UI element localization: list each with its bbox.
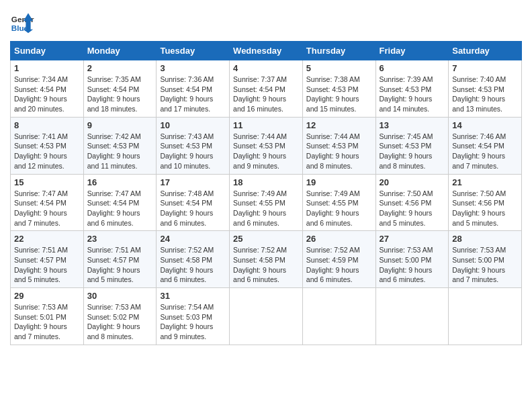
logo-icon: General Blue bbox=[10, 10, 34, 34]
calendar-cell: 27 Sunrise: 7:53 AM Sunset: 5:00 PM Dayl… bbox=[375, 231, 449, 288]
calendar-cell: 7 Sunrise: 7:40 AM Sunset: 4:53 PM Dayli… bbox=[449, 60, 522, 118]
day-number: 2 bbox=[87, 63, 153, 73]
day-number: 18 bbox=[233, 177, 299, 187]
day-number: 30 bbox=[87, 291, 153, 301]
day-number: 4 bbox=[233, 63, 299, 73]
calendar-cell: 8 Sunrise: 7:41 AM Sunset: 4:53 PM Dayli… bbox=[11, 117, 84, 174]
calendar-body: 1 Sunrise: 7:34 AM Sunset: 4:54 PM Dayli… bbox=[11, 60, 522, 345]
day-info: Sunrise: 7:39 AM Sunset: 4:53 PM Dayligh… bbox=[380, 75, 445, 114]
calendar-cell: 19 Sunrise: 7:49 AM Sunset: 4:55 PM Dayl… bbox=[302, 174, 375, 231]
day-number: 25 bbox=[233, 234, 299, 244]
day-number: 19 bbox=[306, 177, 372, 187]
day-info: Sunrise: 7:50 AM Sunset: 4:56 PM Dayligh… bbox=[452, 189, 518, 228]
calendar-cell bbox=[449, 288, 522, 345]
day-number: 21 bbox=[452, 177, 518, 187]
calendar-cell: 9 Sunrise: 7:42 AM Sunset: 4:53 PM Dayli… bbox=[83, 117, 157, 174]
day-info: Sunrise: 7:41 AM Sunset: 4:53 PM Dayligh… bbox=[14, 132, 80, 171]
weekday-header: Wednesday bbox=[230, 42, 303, 60]
calendar-cell: 24 Sunrise: 7:52 AM Sunset: 4:58 PM Dayl… bbox=[157, 231, 230, 288]
day-info: Sunrise: 7:49 AM Sunset: 4:55 PM Dayligh… bbox=[306, 189, 372, 228]
calendar-week-row: 1 Sunrise: 7:34 AM Sunset: 4:54 PM Dayli… bbox=[11, 60, 522, 118]
day-number: 13 bbox=[380, 120, 445, 130]
day-number: 17 bbox=[160, 177, 226, 187]
day-info: Sunrise: 7:45 AM Sunset: 4:53 PM Dayligh… bbox=[380, 132, 445, 171]
calendar-cell bbox=[375, 288, 449, 345]
day-info: Sunrise: 7:40 AM Sunset: 4:53 PM Dayligh… bbox=[452, 75, 518, 114]
day-info: Sunrise: 7:53 AM Sunset: 5:02 PM Dayligh… bbox=[87, 302, 153, 342]
calendar-cell: 2 Sunrise: 7:35 AM Sunset: 4:54 PM Dayli… bbox=[83, 60, 157, 118]
day-number: 15 bbox=[14, 177, 80, 187]
day-info: Sunrise: 7:52 AM Sunset: 4:59 PM Dayligh… bbox=[306, 245, 372, 285]
day-info: Sunrise: 7:49 AM Sunset: 4:55 PM Dayligh… bbox=[233, 189, 299, 228]
weekday-header: Thursday bbox=[302, 42, 375, 60]
calendar-header-row: SundayMondayTuesdayWednesdayThursdayFrid… bbox=[11, 42, 522, 60]
day-info: Sunrise: 7:35 AM Sunset: 4:54 PM Dayligh… bbox=[87, 75, 153, 114]
day-info: Sunrise: 7:44 AM Sunset: 4:53 PM Dayligh… bbox=[233, 132, 299, 171]
day-number: 3 bbox=[160, 63, 226, 73]
day-number: 10 bbox=[160, 120, 226, 130]
day-info: Sunrise: 7:52 AM Sunset: 4:58 PM Dayligh… bbox=[233, 245, 299, 285]
day-info: Sunrise: 7:51 AM Sunset: 4:57 PM Dayligh… bbox=[87, 245, 153, 285]
weekday-header: Saturday bbox=[449, 42, 522, 60]
calendar-cell: 10 Sunrise: 7:43 AM Sunset: 4:53 PM Dayl… bbox=[157, 117, 230, 174]
day-number: 9 bbox=[87, 120, 153, 130]
weekday-header: Tuesday bbox=[157, 42, 230, 60]
calendar-cell bbox=[302, 288, 375, 345]
calendar-cell: 6 Sunrise: 7:39 AM Sunset: 4:53 PM Dayli… bbox=[375, 60, 449, 118]
day-info: Sunrise: 7:51 AM Sunset: 4:57 PM Dayligh… bbox=[14, 245, 80, 285]
weekday-header: Friday bbox=[375, 42, 449, 60]
calendar-week-row: 8 Sunrise: 7:41 AM Sunset: 4:53 PM Dayli… bbox=[11, 117, 522, 174]
logo: General Blue bbox=[10, 10, 34, 34]
calendar-week-row: 22 Sunrise: 7:51 AM Sunset: 4:57 PM Dayl… bbox=[11, 231, 522, 288]
day-number: 14 bbox=[452, 120, 518, 130]
calendar-week-row: 15 Sunrise: 7:47 AM Sunset: 4:54 PM Dayl… bbox=[11, 174, 522, 231]
calendar-cell: 14 Sunrise: 7:46 AM Sunset: 4:54 PM Dayl… bbox=[449, 117, 522, 174]
calendar-cell: 1 Sunrise: 7:34 AM Sunset: 4:54 PM Dayli… bbox=[11, 60, 84, 118]
day-number: 29 bbox=[14, 291, 80, 301]
page-header: General Blue bbox=[10, 10, 522, 34]
calendar-cell: 11 Sunrise: 7:44 AM Sunset: 4:53 PM Dayl… bbox=[230, 117, 303, 174]
day-info: Sunrise: 7:52 AM Sunset: 4:58 PM Dayligh… bbox=[160, 245, 226, 285]
day-info: Sunrise: 7:36 AM Sunset: 4:54 PM Dayligh… bbox=[160, 75, 226, 114]
calendar-cell: 22 Sunrise: 7:51 AM Sunset: 4:57 PM Dayl… bbox=[11, 231, 84, 288]
day-number: 20 bbox=[380, 177, 445, 187]
weekday-header: Sunday bbox=[11, 42, 84, 60]
day-number: 1 bbox=[14, 63, 80, 73]
day-info: Sunrise: 7:53 AM Sunset: 5:00 PM Dayligh… bbox=[452, 245, 518, 285]
calendar-cell: 26 Sunrise: 7:52 AM Sunset: 4:59 PM Dayl… bbox=[302, 231, 375, 288]
day-info: Sunrise: 7:44 AM Sunset: 4:53 PM Dayligh… bbox=[306, 132, 372, 171]
day-number: 16 bbox=[87, 177, 153, 187]
day-info: Sunrise: 7:47 AM Sunset: 4:54 PM Dayligh… bbox=[87, 189, 153, 228]
day-number: 6 bbox=[380, 63, 445, 73]
calendar-cell: 18 Sunrise: 7:49 AM Sunset: 4:55 PM Dayl… bbox=[230, 174, 303, 231]
calendar-cell: 23 Sunrise: 7:51 AM Sunset: 4:57 PM Dayl… bbox=[83, 231, 157, 288]
day-info: Sunrise: 7:50 AM Sunset: 4:56 PM Dayligh… bbox=[380, 189, 445, 228]
day-number: 5 bbox=[306, 63, 372, 73]
calendar-cell bbox=[230, 288, 303, 345]
calendar-cell: 13 Sunrise: 7:45 AM Sunset: 4:53 PM Dayl… bbox=[375, 117, 449, 174]
day-number: 27 bbox=[380, 234, 445, 244]
day-info: Sunrise: 7:48 AM Sunset: 4:54 PM Dayligh… bbox=[160, 189, 226, 228]
day-info: Sunrise: 7:54 AM Sunset: 5:03 PM Dayligh… bbox=[160, 302, 226, 342]
day-number: 24 bbox=[160, 234, 226, 244]
day-number: 28 bbox=[452, 234, 518, 244]
calendar-cell: 12 Sunrise: 7:44 AM Sunset: 4:53 PM Dayl… bbox=[302, 117, 375, 174]
calendar-cell: 17 Sunrise: 7:48 AM Sunset: 4:54 PM Dayl… bbox=[157, 174, 230, 231]
calendar-cell: 3 Sunrise: 7:36 AM Sunset: 4:54 PM Dayli… bbox=[157, 60, 230, 118]
day-info: Sunrise: 7:43 AM Sunset: 4:53 PM Dayligh… bbox=[160, 132, 226, 171]
calendar-cell: 25 Sunrise: 7:52 AM Sunset: 4:58 PM Dayl… bbox=[230, 231, 303, 288]
calendar-cell: 28 Sunrise: 7:53 AM Sunset: 5:00 PM Dayl… bbox=[449, 231, 522, 288]
day-number: 23 bbox=[87, 234, 153, 244]
calendar-cell: 30 Sunrise: 7:53 AM Sunset: 5:02 PM Dayl… bbox=[83, 288, 157, 345]
day-info: Sunrise: 7:37 AM Sunset: 4:54 PM Dayligh… bbox=[233, 75, 299, 114]
day-number: 22 bbox=[14, 234, 80, 244]
calendar-table: SundayMondayTuesdayWednesdayThursdayFrid… bbox=[10, 41, 522, 345]
day-info: Sunrise: 7:46 AM Sunset: 4:54 PM Dayligh… bbox=[452, 132, 518, 171]
calendar-cell: 5 Sunrise: 7:38 AM Sunset: 4:53 PM Dayli… bbox=[302, 60, 375, 118]
calendar-cell: 16 Sunrise: 7:47 AM Sunset: 4:54 PM Dayl… bbox=[83, 174, 157, 231]
day-info: Sunrise: 7:53 AM Sunset: 5:01 PM Dayligh… bbox=[14, 302, 80, 342]
day-number: 11 bbox=[233, 120, 299, 130]
weekday-header: Monday bbox=[83, 42, 157, 60]
day-number: 26 bbox=[306, 234, 372, 244]
day-number: 8 bbox=[14, 120, 80, 130]
